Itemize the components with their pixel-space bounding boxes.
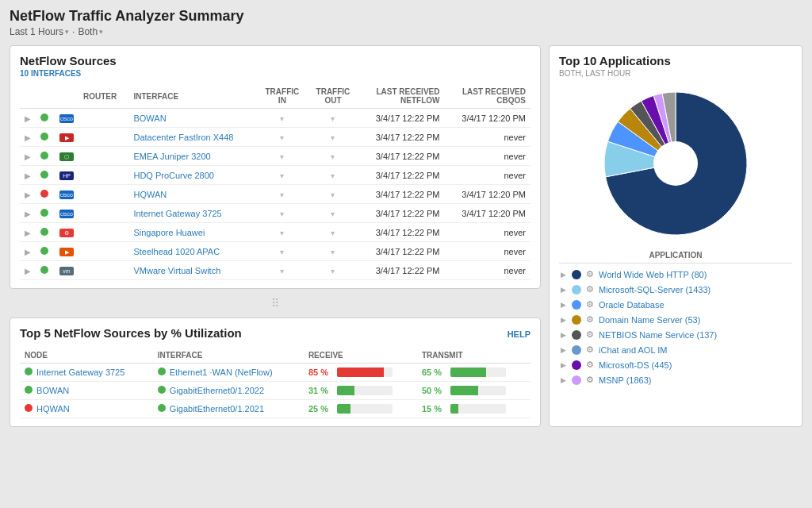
receive-bar-fill <box>337 368 385 377</box>
iface-link[interactable]: GigabitEthernet0/1.2022 <box>170 386 264 395</box>
interface-link[interactable]: Steelhead 1020 APAC <box>133 247 220 256</box>
iface-link[interactable]: Ethernet1 ·WAN (NetFlow) <box>170 368 273 377</box>
status-indicator <box>40 114 48 121</box>
vendor-icon: ▶ <box>59 248 74 256</box>
traffic-in-chevron: ▾ <box>280 133 284 142</box>
row-expand-arrow[interactable]: ▶ <box>25 171 31 180</box>
receive-bar-track <box>337 368 393 377</box>
app-expand-arrow: ▶ <box>561 301 567 309</box>
row-expand-arrow[interactable]: ▶ <box>25 248 31 256</box>
time-filter-chevron: ▾ <box>65 28 69 36</box>
table-row[interactable]: ▶ cisco BOWAN ▾ ▾ 3/4/17 12:22 PM 3/4/17… <box>20 109 530 128</box>
vendor-icon: cisco <box>59 210 74 218</box>
help-link[interactable]: HELP <box>508 329 530 339</box>
time-filter-link[interactable]: Last 1 Hours ▾ <box>10 26 69 37</box>
util-row: BOWAN GigabitEthernet0/1.2022 31 % 50 % <box>20 382 530 400</box>
gear-icon: ⚙ <box>586 375 594 385</box>
pie-chart-wrapper <box>559 84 792 243</box>
receive-bar-container: 85 % <box>308 368 412 377</box>
traffic-out-chevron: ▾ <box>331 248 335 256</box>
last-netflow: 3/4/17 12:22 PM <box>358 109 444 128</box>
row-expand-arrow[interactable]: ▶ <box>25 190 31 199</box>
status-indicator <box>40 133 48 140</box>
traffic-in-chevron: ▾ <box>280 267 284 275</box>
traffic-in-chevron: ▾ <box>280 152 284 161</box>
app-row[interactable]: ▶ ⚙ World Wide Web HTTP (80) <box>559 267 792 282</box>
app-expand-arrow: ▶ <box>561 346 567 354</box>
table-row[interactable]: ▶ cisco Internet Gateway 3725 ▾ ▾ 3/4/17… <box>20 204 530 223</box>
row-expand-arrow[interactable]: ▶ <box>25 114 31 123</box>
table-row[interactable]: ▶ ▶ Datacenter FastIron X448 ▾ ▾ 3/4/17 … <box>20 128 530 147</box>
row-expand-arrow[interactable]: ▶ <box>25 152 31 161</box>
col-router: ROUTER <box>79 84 128 109</box>
app-color-dot <box>572 375 581 385</box>
transmit-bar-container: 65 % <box>422 368 526 377</box>
transmit-pct: 65 % <box>422 368 446 377</box>
transmit-bar-container: 50 % <box>422 386 526 395</box>
traffic-out-chevron: ▾ <box>331 267 335 275</box>
iface-link[interactable]: GigabitEthernet0/1.2021 <box>170 404 264 414</box>
last-netflow: 3/4/17 12:22 PM <box>358 242 444 261</box>
node-link[interactable]: HQWAN <box>36 404 70 414</box>
interface-link[interactable]: BOWAN <box>133 114 166 123</box>
last-netflow: 3/4/17 12:22 PM <box>358 223 444 242</box>
traffic-out-chevron: ▾ <box>331 190 335 199</box>
interface-link[interactable]: Internet Gateway 3725 <box>133 209 221 218</box>
interface-link[interactable]: EMEA Juniper 3200 <box>133 152 210 161</box>
col-last-cbqos: LAST RECEIVEDCBQOS <box>444 84 530 109</box>
transmit-bar-container: 15 % <box>422 404 526 414</box>
app-expand-arrow: ▶ <box>561 361 567 369</box>
top10-apps-card: Top 10 Applications BOTH, LAST HOUR APPL… <box>549 45 802 427</box>
col-interface: INTERFACE <box>128 84 256 109</box>
app-row[interactable]: ▶ ⚙ MSNP (1863) <box>559 372 792 387</box>
interface-link[interactable]: Singapore Huawei <box>133 228 205 237</box>
table-row[interactable]: ▶ vm VMware Virtual Switch ▾ ▾ 3/4/17 12… <box>20 261 530 280</box>
row-expand-arrow[interactable]: ▶ <box>25 229 31 237</box>
app-color-dot <box>572 285 581 294</box>
app-row[interactable]: ▶ ⚙ Microsoft-DS (445) <box>559 357 792 372</box>
receive-bar-container: 25 % <box>308 404 412 414</box>
table-row[interactable]: ▶ HP HDQ ProCurve 2800 ▾ ▾ 3/4/17 12:22 … <box>20 166 530 185</box>
page-title: NetFlow Traffic Analyzer Summary <box>10 8 802 25</box>
app-row[interactable]: ▶ ⚙ iChat and AOL IM <box>559 342 792 357</box>
pie-chart <box>596 84 755 243</box>
col-iface: INTERFACE <box>153 348 304 364</box>
last-netflow: 3/4/17 12:22 PM <box>358 166 444 185</box>
app-expand-arrow: ▶ <box>561 376 567 384</box>
app-label: Oracle Database <box>599 300 791 310</box>
transmit-bar-fill <box>450 368 487 377</box>
util-row: HQWAN GigabitEthernet0/1.2021 25 % 15 % <box>20 400 530 418</box>
row-expand-arrow[interactable]: ▶ <box>25 267 31 275</box>
row-expand-arrow[interactable]: ▶ <box>25 133 31 142</box>
app-label: Microsoft-DS (445) <box>599 360 791 370</box>
status-indicator <box>40 152 48 160</box>
interface-link[interactable]: Datacenter FastIron X448 <box>133 133 233 142</box>
node-link[interactable]: Internet Gateway 3725 <box>36 368 124 377</box>
traffic-out-chevron: ▾ <box>331 210 335 218</box>
transmit-pct: 15 % <box>422 404 446 414</box>
app-row[interactable]: ▶ ⚙ Microsoft-SQL-Server (1433) <box>559 282 792 297</box>
node-link[interactable]: BOWAN <box>36 386 69 395</box>
table-row[interactable]: ▶ cisco HQWAN ▾ ▾ 3/4/17 12:22 PM 3/4/17… <box>20 185 530 204</box>
col-transmit: TRANSMIT <box>417 348 530 364</box>
app-label: World Wide Web HTTP (80) <box>599 270 791 279</box>
col-receive: RECEIVE <box>304 348 417 364</box>
direction-filter-link[interactable]: Both ▾ <box>78 26 103 37</box>
interface-link[interactable]: VMware Virtual Switch <box>133 266 220 275</box>
last-netflow: 3/4/17 12:22 PM <box>358 185 444 204</box>
app-row[interactable]: ▶ ⚙ Oracle Database <box>559 297 792 312</box>
table-row[interactable]: ▶ ▶ Steelhead 1020 APAC ▾ ▾ 3/4/17 12:22… <box>20 242 530 261</box>
app-row[interactable]: ▶ ⚙ Domain Name Server (53) <box>559 312 792 327</box>
table-row[interactable]: ▶ ⬡ EMEA Juniper 3200 ▾ ▾ 3/4/17 12:22 P… <box>20 147 530 166</box>
interface-link[interactable]: HQWAN <box>133 190 167 199</box>
status-indicator <box>40 266 48 274</box>
status-indicator <box>40 190 48 198</box>
receive-pct: 31 % <box>308 386 332 395</box>
traffic-in-chevron: ▾ <box>280 171 284 180</box>
top10-title: Top 10 Applications <box>559 54 792 67</box>
row-expand-arrow[interactable]: ▶ <box>25 210 31 218</box>
traffic-out-chevron: ▾ <box>331 114 335 123</box>
table-row[interactable]: ▶ ⚙ Singapore Huawei ▾ ▾ 3/4/17 12:22 PM… <box>20 223 530 242</box>
interface-link[interactable]: HDQ ProCurve 2800 <box>133 171 214 180</box>
app-row[interactable]: ▶ ⚙ NETBIOS Name Service (137) <box>559 327 792 342</box>
